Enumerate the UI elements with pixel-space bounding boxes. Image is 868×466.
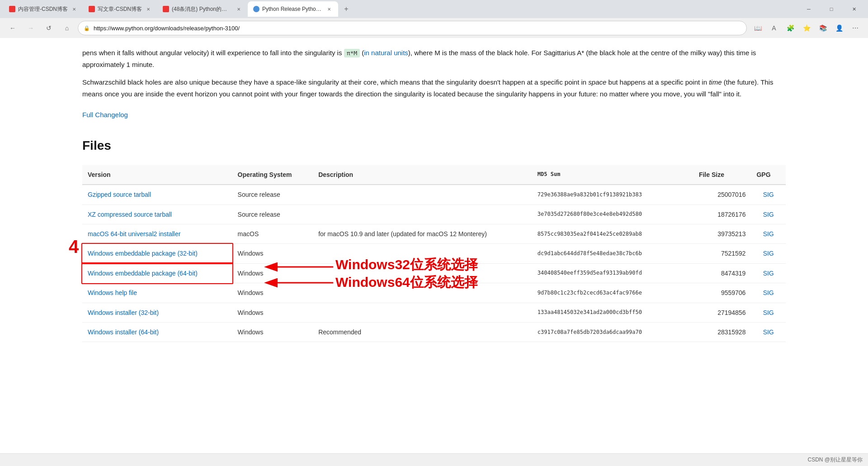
cell-os: Windows bbox=[232, 244, 313, 263]
annotation-label-combined: Windows32位系统选择 Windows64位系统选择 bbox=[335, 256, 478, 291]
tab-2-label: 写文章-CSDN博客 bbox=[98, 5, 142, 13]
cell-md5: c3917c08a7fe85db7203da6dcaa99a70 bbox=[532, 322, 693, 342]
forward-button[interactable]: → bbox=[24, 21, 38, 35]
cell-size: 9559706 bbox=[693, 283, 751, 303]
tab-4[interactable]: Python Release Python 3.10.0 | P... ✕ bbox=[248, 1, 338, 17]
file-link[interactable]: macOS 64-bit universal2 installer bbox=[88, 230, 180, 238]
cell-version: Windows embeddable package (64-bit) bbox=[82, 263, 232, 283]
browser-window: 内容管理-CSDN博客 ✕ 写文章-CSDN博客 ✕ (48条消息) Pytho… bbox=[0, 0, 868, 466]
window-controls: ─ □ ✕ bbox=[798, 2, 864, 16]
address-bar[interactable]: 🔒 https://www.python.org/downloads/relea… bbox=[78, 21, 747, 35]
sig-link[interactable]: SIG bbox=[763, 289, 774, 296]
annotation-label-32: Windows32位系统选择 bbox=[335, 256, 478, 273]
table-row: macOS 64-bit universal2 installer macOS … bbox=[82, 224, 786, 243]
extensions-button[interactable]: 🧩 bbox=[783, 21, 797, 35]
cell-os: Source release bbox=[232, 185, 313, 204]
cell-size: 28315928 bbox=[693, 322, 751, 342]
reader-view-button[interactable]: 📖 bbox=[750, 21, 765, 35]
cell-size: 7521592 bbox=[693, 244, 751, 263]
settings-button[interactable]: ⋯ bbox=[848, 21, 863, 35]
cell-os: Windows bbox=[232, 303, 313, 322]
cell-version: macOS 64-bit universal2 installer bbox=[82, 224, 232, 243]
tab-3-label: (48条消息) Python的下载和安装... bbox=[172, 5, 232, 13]
table-row: Gzipped source tarball Source release 72… bbox=[82, 185, 786, 204]
tab-1-close[interactable]: ✕ bbox=[71, 5, 78, 13]
cell-os: Source release bbox=[232, 204, 313, 224]
col-header-md5: MD5 Sum bbox=[532, 165, 693, 185]
fav-button[interactable]: ⭐ bbox=[799, 21, 814, 35]
tab-3-favicon bbox=[163, 6, 169, 12]
content-inner: pens when it falls without angular veloc… bbox=[0, 38, 868, 453]
cell-desc: Recommended bbox=[313, 322, 532, 342]
text-block: pens when it falls without angular veloc… bbox=[82, 38, 786, 131]
maximize-button[interactable]: □ bbox=[821, 2, 842, 16]
cell-md5: 729e36388ae9a832b01cf9138921b383 bbox=[532, 185, 693, 204]
annotation-number-4: 4 bbox=[69, 232, 79, 261]
sig-link[interactable]: SIG bbox=[763, 230, 774, 238]
back-button[interactable]: ← bbox=[5, 21, 20, 35]
home-button[interactable]: ⌂ bbox=[60, 21, 74, 35]
collection-button[interactable]: 📚 bbox=[816, 21, 830, 35]
cell-os: Windows bbox=[232, 322, 313, 342]
tab-3[interactable]: (48条消息) Python的下载和安装... ✕ bbox=[157, 1, 248, 17]
reload-button[interactable]: ↺ bbox=[42, 21, 56, 35]
tab-2-close[interactable]: ✕ bbox=[145, 5, 152, 13]
tab-1-label: 内容管理-CSDN博客 bbox=[18, 5, 68, 13]
cell-size: 25007016 bbox=[693, 185, 751, 204]
tab-4-close[interactable]: ✕ bbox=[326, 5, 333, 13]
tab-2[interactable]: 写文章-CSDN博客 ✕ bbox=[83, 1, 157, 17]
cell-gpg: SIG bbox=[751, 322, 786, 342]
cell-gpg: SIG bbox=[751, 185, 786, 204]
file-link[interactable]: Windows help file bbox=[88, 289, 137, 296]
col-header-os: Operating System bbox=[232, 165, 313, 185]
file-link[interactable]: Gzipped source tarball bbox=[88, 191, 151, 198]
cell-desc: for macOS 10.9 and later (updated for ma… bbox=[313, 224, 532, 243]
tab-1[interactable]: 内容管理-CSDN博客 ✕ bbox=[4, 1, 83, 17]
profile-button[interactable]: 👤 bbox=[832, 21, 846, 35]
table-row: Windows installer (32-bit) Windows 133aa… bbox=[82, 303, 786, 322]
cell-gpg: SIG bbox=[751, 283, 786, 303]
new-tab-button[interactable]: + bbox=[340, 3, 353, 15]
annotation-label-64: Windows64位系统选择 bbox=[335, 273, 478, 291]
cell-md5: 9d7b80c1c23cfb2cecd63ac4fac9766e bbox=[532, 283, 693, 303]
status-bar: CSDN @别让星星等你 bbox=[0, 453, 868, 466]
cell-gpg: SIG bbox=[751, 263, 786, 283]
tab-3-close[interactable]: ✕ bbox=[235, 5, 242, 13]
sig-link[interactable]: SIG bbox=[763, 211, 774, 218]
title-bar: 内容管理-CSDN博客 ✕ 写文章-CSDN博客 ✕ (48条消息) Pytho… bbox=[0, 0, 868, 18]
cell-size: 18726176 bbox=[693, 204, 751, 224]
cell-gpg: SIG bbox=[751, 244, 786, 263]
cell-version: Windows installer (32-bit) bbox=[82, 303, 232, 322]
table-head: Version Operating System Description MD5… bbox=[82, 165, 786, 185]
tab-4-favicon bbox=[253, 6, 259, 12]
file-link[interactable]: Windows embeddable package (32-bit) bbox=[88, 250, 198, 257]
sig-link[interactable]: SIG bbox=[763, 309, 774, 316]
file-link[interactable]: XZ compressed source tarball bbox=[88, 211, 172, 218]
sig-link[interactable]: SIG bbox=[763, 328, 774, 336]
translate-button[interactable]: A bbox=[767, 21, 781, 35]
files-title: Files bbox=[82, 136, 786, 156]
cell-version: Windows embeddable package (32-bit) bbox=[82, 244, 232, 263]
natural-units-link[interactable]: in natural units bbox=[364, 49, 408, 57]
cell-md5: 340408540eeff359d5eaf93139ab90fd bbox=[532, 263, 693, 283]
sig-link[interactable]: SIG bbox=[763, 270, 774, 277]
page-content: pens when it falls without angular veloc… bbox=[0, 38, 868, 453]
close-button[interactable]: ✕ bbox=[844, 2, 864, 16]
full-changelog-link[interactable]: Full Changelog bbox=[82, 106, 786, 131]
table-row: Windows installer (64-bit) Windows Recom… bbox=[82, 322, 786, 342]
file-link[interactable]: Windows embeddable package (64-bit) bbox=[88, 270, 198, 277]
col-header-size: File Size bbox=[693, 165, 751, 185]
minimize-button[interactable]: ─ bbox=[798, 2, 819, 16]
cell-md5: 133aa48145032e341ad2a000cd3bff50 bbox=[532, 303, 693, 322]
file-link[interactable]: Windows installer (64-bit) bbox=[88, 328, 159, 336]
paragraph-1: pens when it falls without angular veloc… bbox=[82, 47, 786, 70]
file-link[interactable]: Windows installer (32-bit) bbox=[88, 309, 159, 316]
cell-os: Windows bbox=[232, 263, 313, 283]
cell-gpg: SIG bbox=[751, 204, 786, 224]
sig-link[interactable]: SIG bbox=[763, 191, 774, 198]
cell-os: macOS bbox=[232, 224, 313, 243]
sig-link[interactable]: SIG bbox=[763, 250, 774, 257]
cell-md5: 8575cc983035ea2f0414e25ce0289ab8 bbox=[532, 224, 693, 243]
paragraph-2: Schwarzschild black holes are also uniqu… bbox=[82, 76, 786, 100]
col-header-gpg: GPG bbox=[751, 165, 786, 185]
